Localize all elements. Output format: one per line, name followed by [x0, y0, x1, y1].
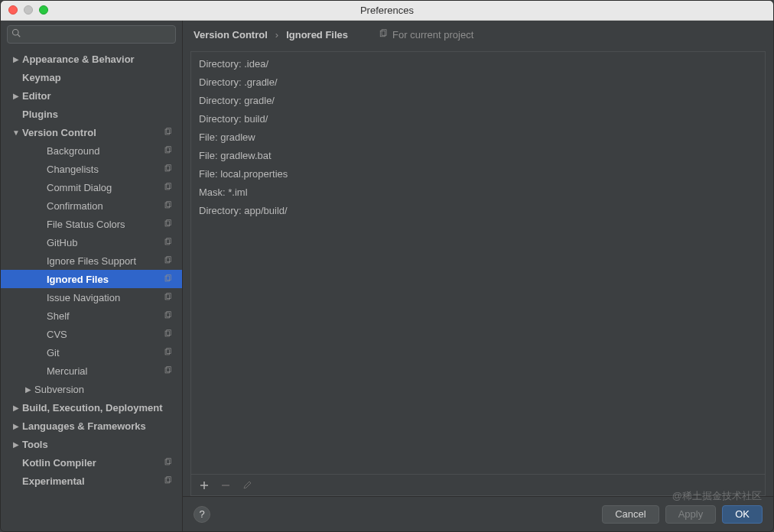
tree-item-tools[interactable]: ▶Tools: [1, 435, 182, 453]
chevron-right-icon: ›: [275, 29, 278, 41]
tree-item-keymap[interactable]: ▶Keymap: [1, 68, 182, 86]
tree-item-label: Keymap: [22, 72, 164, 83]
zoom-window-button[interactable]: [39, 5, 48, 15]
project-scope-icon: [164, 476, 174, 486]
project-scope-icon: [164, 329, 174, 339]
tree-item-label: Version Control: [22, 127, 164, 138]
tree-item-label: Languages & Frameworks: [22, 420, 164, 432]
tree-item-commit-dialog[interactable]: ▶Commit Dialog: [1, 178, 182, 196]
chevron-right-icon: ▶: [11, 92, 21, 100]
list-item[interactable]: Directory: .gradle/: [191, 73, 765, 92]
sidebar: ▶Appearance & Behavior▶Keymap▶Editor▶Plu…: [1, 21, 183, 531]
tree-item-appearance-behavior[interactable]: ▶Appearance & Behavior: [1, 50, 182, 68]
tree-item-file-status-colors[interactable]: ▶File Status Colors: [1, 215, 182, 233]
project-scope-icon: [164, 311, 174, 321]
tree-item-label: Background: [47, 145, 164, 157]
tree-item-version-control[interactable]: ▼Version Control: [1, 123, 182, 141]
tree-item-label: CVS: [47, 329, 164, 340]
breadcrumb: Version Control › Ignored Files For curr…: [183, 21, 773, 45]
add-button[interactable]: [196, 477, 213, 494]
tree-item-label: Mercurial: [47, 365, 164, 377]
tree-item-subversion[interactable]: ▶Subversion: [1, 380, 182, 398]
project-scope-icon: [164, 256, 174, 266]
tree-item-label: Confirmation: [47, 200, 164, 212]
chevron-right-icon: ▶: [11, 422, 21, 430]
list-item[interactable]: Directory: gradle/: [191, 92, 765, 110]
cancel-button[interactable]: Cancel: [602, 505, 659, 524]
window-title: Preferences: [360, 5, 414, 16]
help-button[interactable]: ?: [194, 506, 210, 523]
breadcrumb-current: Ignored Files: [286, 29, 348, 41]
project-scope-icon: [164, 183, 174, 193]
minimize-window-button[interactable]: [24, 5, 33, 15]
tree-item-plugins[interactable]: ▶Plugins: [1, 105, 182, 123]
project-scope-icon: [164, 201, 174, 211]
remove-button: [217, 477, 234, 494]
tree-item-label: Subversion: [34, 384, 164, 395]
search-input[interactable]: [7, 25, 176, 44]
edit-button: [239, 477, 255, 494]
ignored-files-panel: Directory: .idea/Directory: .gradle/Dire…: [190, 51, 766, 496]
ok-button[interactable]: OK: [722, 505, 763, 524]
tree-item-mercurial[interactable]: ▶Mercurial: [1, 362, 182, 380]
chevron-right-icon: ▶: [11, 404, 21, 412]
tree-item-label: Experimental: [22, 475, 164, 487]
project-scope-icon: [164, 238, 174, 248]
project-scope-icon: [164, 219, 174, 229]
tree-item-cvs[interactable]: ▶CVS: [1, 325, 182, 343]
traffic-lights: [8, 5, 48, 15]
tree-item-editor[interactable]: ▶Editor: [1, 86, 182, 105]
apply-button: Apply: [665, 505, 717, 524]
list-toolbar: [191, 474, 765, 495]
tree-item-label: Kotlin Compiler: [22, 457, 164, 469]
tree-item-label: Plugins: [22, 109, 164, 120]
close-window-button[interactable]: [8, 5, 18, 15]
tree-item-label: Changelists: [47, 164, 164, 175]
chevron-down-icon: ▼: [11, 128, 21, 137]
tree-item-issue-navigation[interactable]: ▶Issue Navigation: [1, 288, 182, 307]
project-scope-icon: [164, 293, 174, 303]
tree-item-background[interactable]: ▶Background: [1, 141, 182, 160]
list-item[interactable]: Directory: .idea/: [191, 55, 765, 73]
tree-item-label: Editor: [22, 90, 164, 102]
list-item[interactable]: Directory: build/: [191, 110, 765, 128]
tree-item-ignored-files[interactable]: ▶Ignored Files: [1, 270, 182, 288]
list-item[interactable]: File: local.properties: [191, 165, 765, 183]
tree-item-label: GitHub: [47, 237, 164, 248]
copy-icon: [379, 29, 388, 41]
tree-item-changelists[interactable]: ▶Changelists: [1, 160, 182, 178]
project-scope-icon: [164, 348, 174, 358]
tree-item-label: Issue Navigation: [47, 292, 164, 303]
tree-item-languages-frameworks[interactable]: ▶Languages & Frameworks: [1, 417, 182, 435]
ignored-files-list[interactable]: Directory: .idea/Directory: .gradle/Dire…: [191, 52, 765, 474]
tree-item-label: Ignored Files: [47, 274, 164, 285]
tree-item-git[interactable]: ▶Git: [1, 343, 182, 362]
chevron-right-icon: ▶: [11, 55, 21, 63]
project-scope-icon: [164, 164, 174, 174]
tree-item-build-execution-deployment[interactable]: ▶Build, Execution, Deployment: [1, 398, 182, 417]
tree-item-label: Ignore Files Support: [47, 255, 164, 267]
list-item[interactable]: File: gradlew: [191, 128, 765, 147]
tree-item-label: Shelf: [47, 310, 164, 322]
settings-tree: ▶Appearance & Behavior▶Keymap▶Editor▶Plu…: [1, 48, 182, 531]
tree-item-confirmation[interactable]: ▶Confirmation: [1, 196, 182, 215]
tree-item-label: Tools: [22, 439, 164, 450]
tree-item-label: File Status Colors: [47, 219, 164, 230]
scope-hint: For current project: [379, 29, 473, 41]
project-scope-icon: [164, 366, 174, 376]
tree-item-label: Appearance & Behavior: [22, 54, 164, 65]
tree-item-kotlin-compiler[interactable]: ▶Kotlin Compiler: [1, 453, 182, 472]
tree-item-label: Build, Execution, Deployment: [22, 402, 164, 414]
list-item[interactable]: Mask: *.iml: [191, 183, 765, 202]
breadcrumb-parent[interactable]: Version Control: [194, 29, 268, 41]
tree-item-experimental[interactable]: ▶Experimental: [1, 472, 182, 490]
tree-item-github[interactable]: ▶GitHub: [1, 233, 182, 251]
dialog-footer: ? Cancel Apply OK: [183, 496, 773, 531]
list-item[interactable]: Directory: app/build/: [191, 202, 765, 220]
tree-item-ignore-files-support[interactable]: ▶Ignore Files Support: [1, 251, 182, 270]
tree-item-label: Commit Dialog: [47, 182, 164, 193]
chevron-right-icon: ▶: [24, 385, 33, 394]
project-scope-icon: [164, 146, 174, 156]
tree-item-shelf[interactable]: ▶Shelf: [1, 307, 182, 325]
list-item[interactable]: File: gradlew.bat: [191, 147, 765, 165]
